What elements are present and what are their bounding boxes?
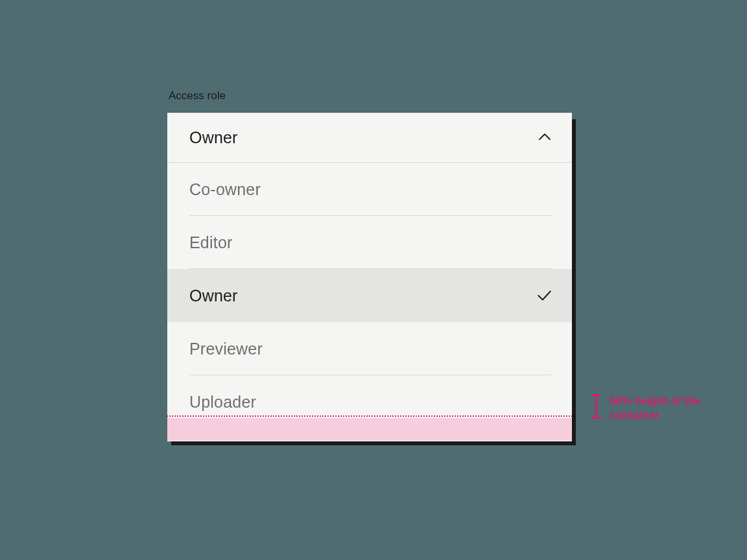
dropdown-option-co-owner[interactable]: Co-owner [167,163,572,216]
shadow-bottom [171,441,576,445]
dropdown-option-label: Owner [189,286,238,305]
dropdown-option-uploader[interactable]: Uploader [167,375,572,428]
dropdown-selected-value: Owner [189,128,238,147]
dropdown-option-viewer[interactable]: Viewer [167,428,572,441]
dropdown-option-label: Co-owner [189,180,261,199]
dropdown-option-owner[interactable]: Owner [167,269,572,322]
dropdown-listbox[interactable]: Co-owner Editor Owner Previewer [167,163,572,441]
check-icon [536,287,552,304]
dropdown-header[interactable]: Owner [167,113,572,163]
chevron-up-icon [537,130,552,145]
dropdown-option-label: Editor [189,233,233,252]
dropdown-option-label: Previewer [189,340,263,358]
dropdown-option-label: Uploader [189,393,256,412]
dropdown-option-editor[interactable]: Editor [167,216,572,269]
field-label: Access role [169,89,580,102]
annotation-label: 50% height of the container [610,394,713,423]
annotation-caliper: 50% height of the container [591,394,713,419]
access-role-dropdown[interactable]: Owner Co-owner Editor Owner [167,113,572,441]
dropdown-option-previewer[interactable]: Previewer [167,322,572,375]
shadow-right [572,119,576,445]
